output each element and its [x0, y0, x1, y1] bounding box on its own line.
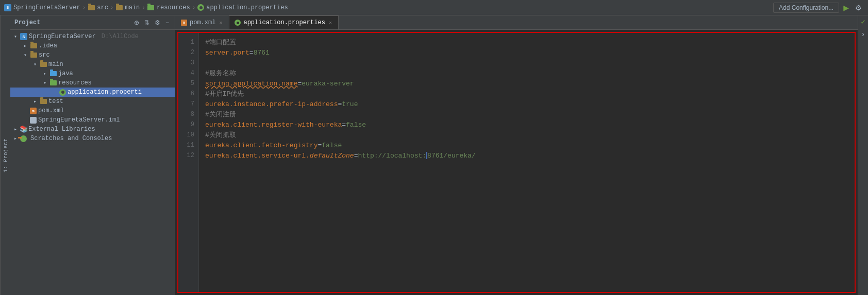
run-button[interactable]: ▶ [843, 2, 849, 13]
pom-label: pom.xml [38, 107, 64, 114]
code-line-12: eureka.client.service-url.defaultZone=ht… [205, 150, 848, 161]
right-chevron-icon[interactable]: › [861, 30, 865, 39]
breadcrumb-sep-2: › [110, 5, 114, 11]
breadcrumb-resources[interactable]: resources [147, 4, 190, 11]
tab-pom[interactable]: m pom.xml ✕ [175, 15, 229, 29]
external-label: External Libraries [28, 126, 95, 133]
breadcrumb: S SpringEuretaServer › src › main › reso… [4, 4, 288, 11]
folder-resources-icon [147, 4, 155, 11]
breadcrumb-props-label: application.properties [206, 4, 288, 11]
comment-8: #关闭注册 [205, 110, 236, 119]
eq-5: = [297, 80, 302, 88]
ln-8: 8 [178, 109, 198, 119]
code-editor[interactable]: #端口配置 server.port=8761 #服务名称 spring.appl… [199, 33, 855, 292]
editor-tabs: m pom.xml ✕ application.properties ✕ [175, 15, 858, 30]
pom-tab-icon: m [181, 20, 187, 26]
external-icon: 📚 [20, 126, 27, 133]
main-arrow [32, 61, 38, 67]
resources-label: resources [58, 79, 92, 86]
tab-pom-close[interactable]: ✕ [218, 19, 223, 26]
external-arrow [12, 126, 19, 132]
breadcrumb-props[interactable]: application.properties [197, 4, 288, 11]
pom-arrow [22, 108, 28, 114]
tree-item-main[interactable]: main [10, 60, 175, 69]
resources-arrow [42, 80, 48, 86]
gear-sidebar-button[interactable]: ⚙ [153, 19, 162, 27]
props-arrow [52, 89, 58, 95]
tree-item-idea[interactable]: .idea [10, 41, 175, 50]
root-label: SpringEuretaServer D:\AllCode [29, 33, 139, 40]
breadcrumb-src[interactable]: src [88, 4, 108, 11]
project-icon: S [4, 4, 11, 11]
comment-6: #开启IP优先 [205, 89, 244, 98]
tab-props[interactable]: application.properties ✕ [229, 15, 338, 29]
iml-icon [30, 117, 37, 124]
ln-9: 9 [178, 119, 198, 130]
main-label: main [48, 61, 63, 68]
breadcrumb-main[interactable]: main [115, 4, 140, 11]
add-source-button[interactable]: ⊕ [132, 19, 141, 27]
resources-folder-icon [49, 79, 57, 86]
comment-1: #端口配置 [205, 38, 236, 47]
code-line-7: eureka.instance.prefer-ip-address=true [205, 99, 848, 109]
tree-item-application-props[interactable]: application.properti [10, 88, 175, 97]
code-line-10: #关闭抓取 [205, 130, 848, 140]
pom-icon: m [30, 108, 37, 114]
val-2: 8761 [254, 49, 270, 57]
tree-item-scratches[interactable]: Scratches and Consoles [10, 134, 175, 143]
sidebar-header-icons: ⊕ ⇅ ⚙ − [132, 19, 171, 27]
breadcrumb-project-label: SpringEuretaServer [13, 4, 80, 11]
editor-content[interactable]: 1 2 3 4 5 6 7 8 9 10 11 12 #端口配置 [177, 32, 856, 293]
code-line-2: server.port=8761 [205, 47, 848, 58]
eq-7: = [338, 100, 342, 108]
scratches-arrow [12, 135, 19, 142]
breadcrumb-sep-4: › [192, 5, 196, 11]
ln-2: 2 [178, 47, 198, 58]
breadcrumb-sep-1: › [82, 5, 86, 11]
tab-props-label: application.properties [243, 19, 325, 26]
key-7: eureka.instance.prefer-ip-address [205, 100, 338, 108]
iml-arrow [22, 117, 28, 123]
val-12b: 8761/eureka/ [427, 152, 476, 160]
tree-item-pom[interactable]: m pom.xml [10, 106, 175, 115]
key-9: eureka.client.register-with-eureka [205, 121, 342, 129]
src-label: src [39, 51, 50, 59]
toolbar-right: Add Configuration... ▶ ⚙ [773, 2, 864, 13]
idea-folder-icon [30, 42, 37, 49]
idea-label: .idea [39, 42, 57, 49]
breadcrumb-project[interactable]: S SpringEuretaServer [4, 4, 80, 11]
sidebar-vertical-label[interactable]: 1: Project [0, 15, 10, 295]
props-tree-icon [59, 89, 66, 96]
java-label: java [58, 70, 73, 77]
ln-3: 3 [178, 58, 198, 68]
breadcrumb-main-label: main [125, 4, 140, 11]
close-sidebar-button[interactable]: − [164, 19, 171, 27]
tree-item-external[interactable]: 📚 External Libraries [10, 125, 175, 134]
ln-4: 4 [178, 68, 198, 78]
add-config-button[interactable]: Add Configuration... [773, 3, 839, 13]
tab-pom-label: pom.xml [190, 19, 215, 26]
tree-item-src[interactable]: src [10, 50, 175, 60]
tree-item-java[interactable]: java [10, 69, 175, 78]
tab-props-close[interactable]: ✕ [328, 19, 333, 26]
sidebar-title: Project [14, 19, 129, 26]
props-icon [197, 4, 204, 11]
tree-item-root[interactable]: S SpringEuretaServer D:\AllCode [10, 32, 175, 41]
collapse-button[interactable]: ⇅ [143, 19, 151, 27]
val-12: http://localhost: [358, 152, 426, 160]
key-12a: eureka.client.service-url. [205, 152, 310, 160]
checkmark-icon[interactable]: ✓ [861, 18, 865, 26]
java-arrow [42, 71, 48, 77]
tree-item-iml[interactable]: SpringEuretaServer.iml [10, 115, 175, 125]
code-line-5: spring.application.name=euraka-server [205, 78, 848, 89]
idea-arrow [22, 43, 28, 49]
code-line-1: #端口配置 [205, 37, 848, 47]
ln-1: 1 [178, 37, 198, 47]
tree-item-test[interactable]: test [10, 97, 175, 106]
key-12b: defaultZone [310, 152, 354, 160]
folder-main-icon [115, 4, 123, 11]
test-folder-icon [40, 98, 47, 105]
settings-button[interactable]: ⚙ [853, 3, 864, 13]
tree-item-resources[interactable]: resources [10, 78, 175, 88]
eq-9: = [342, 121, 346, 129]
